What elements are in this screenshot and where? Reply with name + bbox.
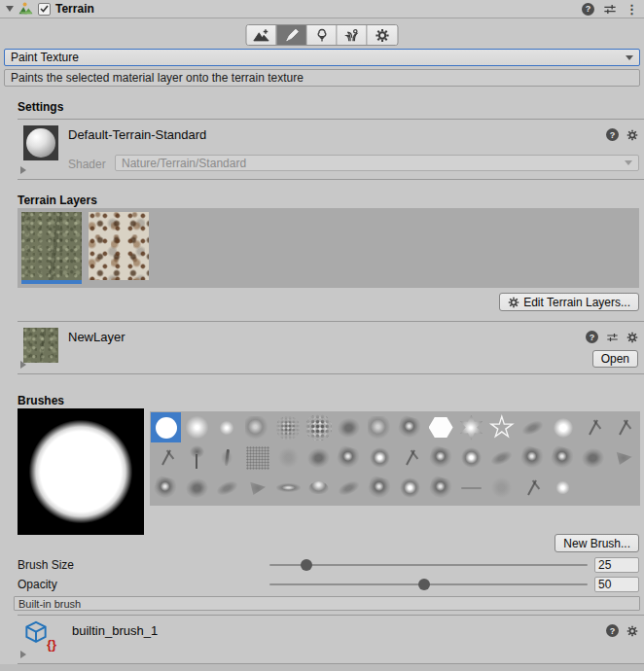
brush-star5[interactable] — [486, 412, 517, 442]
brush-twig[interactable] — [578, 412, 608, 442]
brush-twig[interactable] — [395, 442, 425, 473]
brush-burst[interactable] — [395, 473, 425, 503]
brush-line[interactable] — [456, 473, 486, 503]
brush-tree[interactable] — [181, 442, 211, 473]
shader-dropdown-value: Nature/Terrain/Standard — [122, 157, 246, 170]
paint-details-tool[interactable] — [338, 25, 368, 45]
terrain-settings-tool[interactable] — [368, 25, 398, 45]
layer-texture-thumbnail — [21, 212, 82, 280]
builtin-brush-banner: Built-in brush — [14, 596, 640, 611]
brush-speckle-big[interactable] — [304, 412, 334, 442]
slider-knob[interactable] — [301, 559, 312, 571]
brush-star6[interactable] — [456, 412, 486, 442]
foldout-collapsed-icon[interactable] — [20, 361, 26, 369]
terrain-layer-grass[interactable] — [21, 212, 82, 284]
brush-splat[interactable] — [425, 473, 455, 503]
shader-dropdown: Nature/Terrain/Standard — [115, 155, 639, 171]
brush-twig[interactable] — [518, 473, 548, 503]
opacity-slider[interactable] — [269, 577, 588, 592]
new-brush-button[interactable]: New Brush... — [555, 534, 639, 552]
create-neighbor-terrains-tool[interactable] — [247, 25, 277, 45]
paint-trees-tool[interactable] — [307, 25, 338, 45]
opacity-label: Opacity — [18, 578, 57, 591]
terrain-layer-rock[interactable] — [89, 212, 149, 284]
brush-fern[interactable] — [212, 442, 242, 473]
brush-splat[interactable] — [425, 442, 455, 473]
brush-splat[interactable] — [518, 442, 548, 473]
brush-wedge[interactable] — [242, 473, 272, 503]
chevron-down-icon — [625, 160, 632, 165]
brush-wisp[interactable] — [212, 473, 242, 503]
brush-speckle[interactable] — [273, 412, 304, 442]
brush-faint[interactable] — [273, 442, 304, 473]
terrain-toolbar — [246, 24, 399, 46]
brush-twig[interactable] — [151, 442, 181, 473]
brush-splat[interactable] — [151, 473, 181, 503]
enabled-checkbox[interactable] — [38, 3, 51, 16]
paint-tool-dropdown[interactable]: Paint Texture — [4, 49, 640, 66]
brush-faint[interactable] — [486, 473, 517, 503]
open-button[interactable]: Open — [592, 350, 638, 368]
brush-wisp[interactable] — [486, 442, 517, 473]
foldout-open-icon[interactable] — [6, 6, 14, 12]
brush-hex[interactable] — [425, 412, 455, 442]
layer-texture-thumbnail — [89, 212, 149, 280]
brush-burst[interactable] — [456, 442, 486, 473]
paint-terrain-tool[interactable] — [277, 25, 307, 45]
help-icon[interactable] — [606, 624, 619, 637]
new-layer-thumbnail[interactable] — [23, 328, 58, 363]
edit-terrain-layers-button[interactable]: Edit Terrain Layers... — [499, 293, 639, 311]
brush-splat[interactable] — [334, 442, 364, 473]
brush-cloud[interactable] — [365, 412, 395, 442]
foldout-collapsed-icon[interactable] — [20, 166, 26, 174]
brush-arc[interactable] — [304, 473, 334, 503]
slider-track[interactable] — [269, 564, 588, 566]
kebab-menu-icon[interactable] — [626, 3, 638, 16]
brush-wisp[interactable] — [334, 473, 364, 503]
shader-label: Shader — [68, 158, 106, 171]
brush-burst[interactable] — [365, 442, 395, 473]
brush-dot[interactable] — [212, 412, 242, 442]
opacity-value-field[interactable] — [594, 577, 639, 592]
foldout-collapsed-icon[interactable] — [20, 651, 26, 658]
brush-cloud[interactable] — [242, 412, 272, 442]
slider-knob[interactable] — [418, 579, 430, 590]
material-preview[interactable] — [23, 125, 58, 160]
help-icon[interactable] — [582, 3, 594, 16]
brush-soft-bright[interactable] — [548, 412, 578, 442]
help-icon[interactable] — [606, 128, 619, 141]
brush-solid[interactable] — [151, 412, 181, 442]
brush-size-value-field[interactable] — [594, 557, 639, 573]
help-icon[interactable] — [586, 331, 598, 343]
brush-blob[interactable] — [334, 412, 364, 442]
builtin-brush-box: builtin_brush_1 — [18, 615, 644, 664]
brush-soft-dot[interactable] — [548, 473, 578, 503]
brush-noise[interactable] — [242, 442, 272, 473]
braces-icon — [47, 637, 56, 652]
presets-icon[interactable] — [606, 332, 619, 343]
brush-wisp[interactable] — [518, 412, 548, 442]
gear-icon[interactable] — [626, 625, 638, 637]
brush-blob[interactable] — [578, 442, 608, 473]
brush-streak[interactable] — [273, 473, 304, 503]
new-layer-box: NewLayer Open — [18, 321, 644, 374]
gear-icon — [508, 297, 519, 308]
brush-blob[interactable] — [181, 473, 211, 503]
tool-description-box: Paints the selected material layer onto … — [4, 69, 640, 87]
brush-soft[interactable] — [181, 412, 211, 442]
brush-splat[interactable] — [548, 442, 578, 473]
presets-icon[interactable] — [603, 3, 617, 16]
gear-icon[interactable] — [626, 332, 638, 343]
brush-size-slider[interactable] — [269, 557, 588, 573]
brush-twig[interactable] — [609, 412, 639, 442]
brush-splat[interactable] — [395, 412, 425, 442]
scriptable-object-icon[interactable] — [23, 620, 53, 650]
brush-blob[interactable] — [304, 442, 334, 473]
terrain-layers-section-label: Terrain Layers — [18, 194, 97, 207]
component-header: Terrain — [0, 0, 644, 18]
gear-icon[interactable] — [626, 129, 638, 141]
tool-description-text: Paints the selected material layer onto … — [11, 71, 304, 85]
brush-wedge[interactable] — [609, 442, 639, 473]
terrain-icon — [18, 2, 33, 16]
brush-splat[interactable] — [365, 473, 395, 503]
